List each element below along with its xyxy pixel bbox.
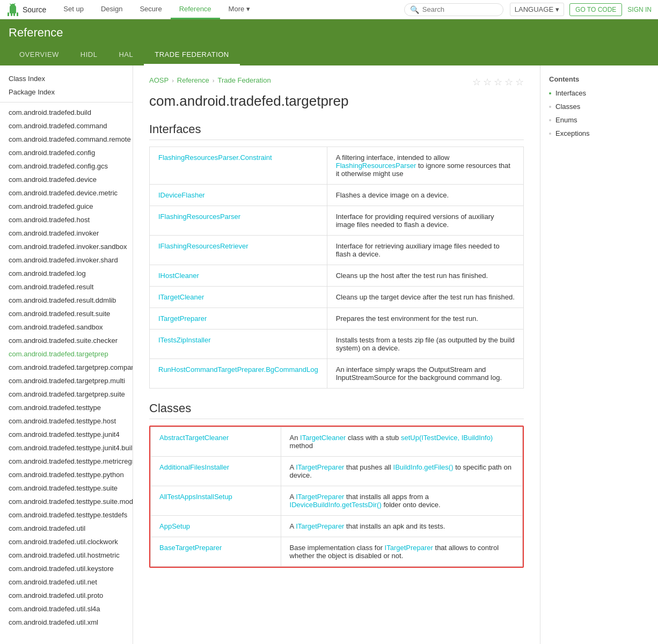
star-5[interactable]: ☆ bbox=[515, 76, 524, 88]
sidebar-item-11[interactable]: com.android.tradefed.invoker bbox=[0, 226, 133, 240]
class-desc-4: Base implementation class for ITargetPre… bbox=[281, 537, 522, 567]
star-4[interactable]: ☆ bbox=[505, 76, 513, 88]
sidebar-item-23[interactable]: com.android.tradefed.targetprep.suite bbox=[0, 387, 133, 401]
tab-hal[interactable]: HAL bbox=[108, 45, 144, 65]
class-link-3[interactable]: AppSetup bbox=[159, 522, 190, 530]
interface-desc-7: Installs tests from a tests zip file (as… bbox=[327, 330, 523, 359]
tab-trade-federation[interactable]: TRADE FEDERATION bbox=[144, 45, 240, 65]
interfaces-heading: Interfaces bbox=[149, 122, 524, 140]
sidebar-item-12[interactable]: com.android.tradefed.invoker.sandbox bbox=[0, 240, 133, 253]
sign-in-button[interactable]: SIGN IN bbox=[627, 6, 652, 13]
star-2[interactable]: ☆ bbox=[483, 76, 492, 88]
star-1[interactable]: ☆ bbox=[472, 76, 481, 88]
interface-desc-link-0[interactable]: FlashingResourcesParser bbox=[336, 162, 416, 170]
sidebar-item-40[interactable]: com.android.tradefed.util.xml bbox=[0, 616, 133, 629]
interface-link-8[interactable]: RunHostCommandTargetPreparer.BgCommandLo… bbox=[158, 365, 318, 374]
nav-design[interactable]: Design bbox=[92, 0, 131, 19]
class-desc-link-2a[interactable]: ITargetPreparer bbox=[296, 493, 344, 501]
interface-link-7[interactable]: ITestsZipInstaller bbox=[158, 336, 211, 344]
nav-setup[interactable]: Set up bbox=[55, 0, 92, 19]
sidebar-item-18[interactable]: com.android.tradefed.sandbox bbox=[0, 320, 133, 334]
go-to-code-button[interactable]: GO TO CODE bbox=[569, 3, 622, 16]
sidebar-item-2[interactable]: com.android.tradefed.build bbox=[0, 106, 133, 119]
interface-link-4[interactable]: IHostCleaner bbox=[158, 272, 199, 280]
source-label: Source bbox=[23, 5, 46, 14]
interface-desc-1: Flashes a device image on a device. bbox=[327, 185, 523, 206]
sidebar-item-3[interactable]: com.android.tradefed.command bbox=[0, 119, 133, 133]
breadcrumb-trade-federation[interactable]: Trade Federation bbox=[217, 76, 270, 84]
interface-desc-5: Cleans up the target device after the te… bbox=[327, 287, 523, 308]
sidebar-item-package-index[interactable]: Package Index bbox=[0, 85, 133, 99]
sidebar-item-24[interactable]: com.android.tradefed.testtype bbox=[0, 401, 133, 414]
sidebar-item-22[interactable]: com.android.tradefed.targetprep.multi bbox=[0, 374, 133, 387]
sidebar-item-class-index[interactable]: Class Index bbox=[0, 72, 133, 85]
sidebar-item-28[interactable]: com.android.tradefed.testtype.metricregr… bbox=[0, 455, 133, 468]
logo[interactable]: Source bbox=[6, 3, 46, 16]
sidebar-item-7[interactable]: com.android.tradefed.device bbox=[0, 173, 133, 186]
interface-link-6[interactable]: ITargetPreparer bbox=[158, 314, 207, 323]
star-3[interactable]: ☆ bbox=[494, 76, 502, 88]
nav-reference[interactable]: Reference bbox=[171, 0, 220, 19]
sidebar-item-30[interactable]: com.android.tradefed.testtype.suite bbox=[0, 481, 133, 495]
sidebar-item-29[interactable]: com.android.tradefed.testtype.python bbox=[0, 468, 133, 481]
class-desc-link-2b[interactable]: IDeviceBuildInfo.getTestsDir() bbox=[290, 501, 382, 509]
sidebar-item-9[interactable]: com.android.tradefed.guice bbox=[0, 200, 133, 213]
classes-heading: Classes bbox=[149, 401, 524, 419]
sidebar-item-14[interactable]: com.android.tradefed.log bbox=[0, 267, 133, 280]
interface-link-1[interactable]: IDeviceFlasher bbox=[158, 191, 205, 199]
interface-link-5[interactable]: ITargetCleaner bbox=[158, 293, 204, 301]
sidebar-item-32[interactable]: com.android.tradefed.testtype.testdefs bbox=[0, 508, 133, 522]
sidebar-item-38[interactable]: com.android.tradefed.util.proto bbox=[0, 589, 133, 602]
breadcrumb-aosp[interactable]: AOSP bbox=[149, 76, 169, 84]
classes-table-wrapper: AbstractTargetCleaner An ITargetCleaner … bbox=[149, 426, 524, 568]
sidebar-item-5[interactable]: com.android.tradefed.config bbox=[0, 146, 133, 159]
sidebar-item-8[interactable]: com.android.tradefed.device.metric bbox=[0, 186, 133, 200]
class-desc-link-1a[interactable]: ITargetPreparer bbox=[296, 463, 344, 471]
class-desc-link-0a[interactable]: ITargetCleaner bbox=[300, 434, 346, 442]
sidebar-item-35[interactable]: com.android.tradefed.util.hostmetric bbox=[0, 548, 133, 562]
tab-hidl[interactable]: HIDL bbox=[70, 45, 108, 65]
sidebar-item-4[interactable]: com.android.tradefed.command.remote bbox=[0, 133, 133, 146]
sidebar-item-33[interactable]: com.android.tradefed.util bbox=[0, 522, 133, 535]
sidebar-item-36[interactable]: com.android.tradefed.util.keystore bbox=[0, 562, 133, 575]
sidebar-item-26[interactable]: com.android.tradefed.testtype.junit4 bbox=[0, 428, 133, 441]
class-link-1[interactable]: AdditionalFilesInstaller bbox=[159, 463, 229, 471]
search-box[interactable]: 🔍 bbox=[404, 3, 503, 16]
sidebar-item-6[interactable]: com.android.tradefed.config.gcs bbox=[0, 159, 133, 173]
sidebar-item-16[interactable]: com.android.tradefed.result.ddmlib bbox=[0, 294, 133, 307]
sidebar-item-39[interactable]: com.android.tradefed.util.sl4a bbox=[0, 602, 133, 616]
sidebar-item-15[interactable]: com.android.tradefed.result bbox=[0, 280, 133, 294]
toc-item-interfaces[interactable]: Interfaces bbox=[540, 86, 658, 100]
class-desc-link-0b[interactable]: setUp(ITestDevice, IBuildInfo) bbox=[401, 434, 493, 442]
sidebar-item-25[interactable]: com.android.tradefed.testtype.host bbox=[0, 414, 133, 428]
nav-more[interactable]: More ▾ bbox=[220, 0, 259, 19]
class-link-4[interactable]: BaseTargetPreparer bbox=[159, 544, 222, 552]
sidebar-item-17[interactable]: com.android.tradefed.result.suite bbox=[0, 307, 133, 320]
sidebar-item-19[interactable]: com.android.tradefed.suite.checker bbox=[0, 334, 133, 347]
sidebar-item-34[interactable]: com.android.tradefed.util.clockwork bbox=[0, 535, 133, 548]
sidebar-item-20[interactable]: com.android.tradefed.targetprep bbox=[0, 347, 133, 361]
sidebar-item-31[interactable]: com.android.tradefed.testtype.suite.modu… bbox=[0, 495, 133, 508]
interface-link-2[interactable]: IFlashingResourcesParser bbox=[158, 213, 240, 221]
sidebar-item-10[interactable]: com.android.tradefed.host bbox=[0, 213, 133, 226]
class-link-2[interactable]: AllTestAppsInstallSetup bbox=[159, 493, 232, 501]
toc-item-exceptions[interactable]: Exceptions bbox=[540, 127, 658, 140]
interface-link-0[interactable]: FlashingResourcesParser.Constraint bbox=[158, 153, 272, 162]
language-selector[interactable]: LANGUAGE ▾ bbox=[510, 3, 564, 16]
sidebar-item-13[interactable]: com.android.tradefed.invoker.shard bbox=[0, 253, 133, 267]
toc-item-classes[interactable]: Classes bbox=[540, 100, 658, 113]
sidebar-item-37[interactable]: com.android.tradefed.util.net bbox=[0, 575, 133, 589]
nav-secure[interactable]: Secure bbox=[131, 0, 170, 19]
class-desc-link-4a[interactable]: ITargetPreparer bbox=[385, 544, 433, 552]
tab-overview[interactable]: OVERVIEW bbox=[9, 45, 70, 65]
class-link-0[interactable]: AbstractTargetCleaner bbox=[159, 434, 229, 442]
breadcrumb-sep-1: › bbox=[172, 77, 174, 84]
toc-item-enums[interactable]: Enums bbox=[540, 113, 658, 127]
search-input[interactable] bbox=[422, 5, 498, 13]
class-desc-link-3a[interactable]: ITargetPreparer bbox=[296, 522, 344, 530]
interface-link-3[interactable]: IFlashingResourcesRetriever bbox=[158, 242, 248, 250]
sidebar-item-27[interactable]: com.android.tradefed.testtype.junit4.bui… bbox=[0, 441, 133, 455]
class-desc-link-1b[interactable]: IBuildInfo.getFiles() bbox=[393, 463, 454, 471]
breadcrumb-reference[interactable]: Reference bbox=[177, 76, 209, 84]
sidebar-item-21[interactable]: com.android.tradefed.targetprep.companio… bbox=[0, 361, 133, 374]
